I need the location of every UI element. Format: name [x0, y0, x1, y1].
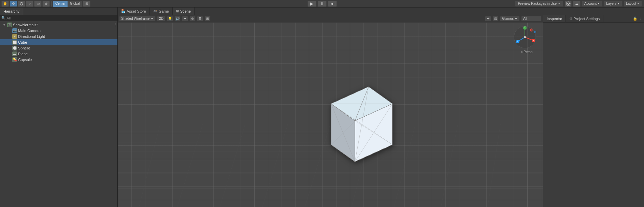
hier-item-directional-light[interactable]: ☀ Directional Light: [0, 33, 117, 39]
persp-label: < Persp: [513, 50, 540, 54]
inspector-tab[interactable]: Inspector: [543, 15, 566, 22]
divider-1: [51, 1, 52, 6]
preview-packages-btn[interactable]: Preview Packages in Use ▼: [515, 1, 563, 7]
lighting-toggle-btn[interactable]: 💡: [167, 16, 173, 21]
plane-label: Plane: [18, 52, 28, 56]
svg-point-53: [534, 31, 536, 33]
game-tab[interactable]: 🎮 Game: [150, 8, 173, 15]
project-settings-tab[interactable]: ⚙ Project Settings: [566, 15, 603, 22]
scene-search[interactable]: All: [521, 16, 542, 21]
svg-text:Z: Z: [517, 40, 519, 43]
asset-store-icon: 🏪: [121, 9, 125, 13]
pause-button[interactable]: ⏸: [318, 1, 327, 7]
inspector-content: [543, 23, 644, 207]
shading-label: Shaded Wireframe: [121, 17, 149, 20]
svg-text:Y: Y: [524, 26, 526, 29]
layers-btn[interactable]: Layers ▼: [604, 1, 622, 7]
scale-tool-btn[interactable]: ⤢: [26, 1, 33, 7]
gizmos-dropdown-arrow: ▼: [514, 17, 518, 20]
hier-item-capsule[interactable]: 💊 Capsule: [0, 57, 117, 62]
hand-tool-btn[interactable]: ✋: [1, 1, 9, 7]
svg-point-3: [568, 4, 569, 5]
scene-cursor-btn[interactable]: ✛: [485, 16, 491, 21]
svg-point-52: [530, 29, 533, 31]
scene-tab[interactable]: ⊞ Scene: [173, 8, 195, 15]
global-btn[interactable]: Global: [68, 1, 82, 7]
audio-toggle-btn[interactable]: 🔊: [174, 16, 181, 21]
collab-icon-btn[interactable]: [565, 1, 572, 7]
hier-item-plane[interactable]: ▬ Plane: [0, 51, 117, 57]
search-icon: 🔍: [1, 16, 5, 20]
svg-point-1: [567, 3, 568, 4]
hidden-objects-btn[interactable]: ⊘: [189, 16, 196, 21]
toolbar-left: ✋ ✛ ⤢ ▭ ⊕ Center Global ⊞: [0, 0, 90, 7]
hierarchy-panel: 🔍 ▼ 🎬 ShowNormals* ⋮ 📷 Main Camera: [0, 15, 118, 207]
scene-panel: Shaded Wireframe ▼ 2D 💡 🔊 ✦ ⊘ 0 ⊞ ✛ ⊡ Gi…: [118, 15, 543, 207]
account-dropdown-arrow: ▼: [597, 2, 600, 5]
hierarchy-search-input[interactable]: [6, 16, 116, 20]
hier-item-main-camera[interactable]: 📷 Main Camera: [0, 28, 117, 33]
shading-dropdown-arrow: ▼: [150, 17, 154, 20]
layers-label: Layers: [606, 2, 616, 5]
center-btn[interactable]: Center: [53, 1, 68, 7]
hierarchy-tab[interactable]: Hierarchy: [0, 8, 23, 15]
hierarchy-search-bar: 🔍: [0, 15, 117, 21]
game-icon: 🎮: [153, 9, 157, 13]
project-settings-label: Project Settings: [573, 17, 600, 21]
panel-more-icon[interactable]: ⋮: [639, 16, 643, 21]
overlay-btn[interactable]: ⊞: [204, 16, 211, 21]
svg-point-2: [569, 3, 570, 4]
scene-view-btn[interactable]: ⊡: [492, 16, 499, 21]
layout-btn[interactable]: Layout ▼: [624, 1, 642, 7]
move-tool-btn[interactable]: ✛: [10, 1, 17, 7]
plane-icon: ▬: [12, 51, 17, 56]
asset-store-tab[interactable]: 🏪 Asset Store: [118, 8, 150, 15]
extra-tool-btn[interactable]: ⊞: [83, 1, 90, 7]
gizmos-dropdown[interactable]: Gizmos ▼: [500, 16, 520, 21]
shading-dropdown[interactable]: Shaded Wireframe ▼: [119, 16, 156, 21]
hier-options-icon[interactable]: ⋮: [114, 23, 117, 27]
hier-item-sphere[interactable]: ⚪ Sphere: [0, 45, 117, 51]
main-layout: 🔍 ▼ 🎬 ShowNormals* ⋮ 📷 Main Camera: [0, 15, 644, 207]
svg-point-51: [524, 36, 526, 38]
panel-lock-icon[interactable]: 🔒: [633, 16, 638, 21]
fx-toggle-btn[interactable]: ✦: [182, 16, 188, 21]
rect-tool-btn[interactable]: ▭: [34, 1, 42, 7]
account-btn[interactable]: Account ▼: [582, 1, 602, 7]
layout-label: Layout: [626, 2, 636, 5]
toolbar-center: ▶ ⏸ ⏭: [307, 1, 337, 7]
capsule-icon: 💊: [12, 57, 17, 62]
scene-toolbar-right: ✛ ⊡ Gizmos ▼ All: [485, 16, 542, 21]
capsule-label: Capsule: [18, 58, 32, 62]
step-button[interactable]: ⏭: [328, 1, 337, 7]
axis-gizmo[interactable]: Y X Z < Persp: [513, 25, 540, 53]
expand-arrow-show-normals: ▼: [3, 23, 6, 27]
game-label: Game: [159, 9, 169, 13]
camera-icon: 📷: [12, 28, 17, 33]
inspector-label: Inspector: [547, 17, 562, 21]
cube-label: Cube: [18, 40, 27, 44]
toolbar-right: Preview Packages in Use ▼ ☁ Account ▼ La…: [515, 1, 644, 7]
stats-btn[interactable]: 0: [197, 16, 203, 21]
pivot-group: Center Global: [53, 0, 82, 7]
hier-item-cube[interactable]: ⬜ Cube: [0, 39, 117, 45]
scene-search-label: All: [523, 17, 527, 20]
cloud-btn[interactable]: ☁: [573, 1, 581, 7]
svg-text:X: X: [533, 39, 534, 42]
preview-dropdown-arrow: ▼: [558, 2, 560, 5]
main-camera-label: Main Camera: [18, 29, 41, 33]
cube-svg: [304, 76, 392, 172]
play-button[interactable]: ▶: [307, 1, 316, 7]
transform-tool-btn[interactable]: ⊕: [42, 1, 50, 7]
rotate-tool-btn[interactable]: [18, 1, 25, 7]
2d-btn[interactable]: 2D: [157, 16, 166, 21]
settings-icon: ⚙: [569, 17, 572, 20]
asset-store-label: Asset Store: [127, 9, 146, 13]
gizmos-label: Gizmos: [502, 17, 514, 20]
scene-viewport[interactable]: Y X Z < Persp: [118, 23, 543, 207]
preview-label: Preview Packages in Use: [518, 2, 557, 5]
hier-item-show-normals[interactable]: ▼ 🎬 ShowNormals* ⋮: [0, 22, 117, 28]
sphere-icon: ⚪: [12, 46, 17, 50]
directional-light-label: Directional Light: [18, 34, 45, 39]
gizmo-svg: Y X Z: [513, 25, 537, 49]
